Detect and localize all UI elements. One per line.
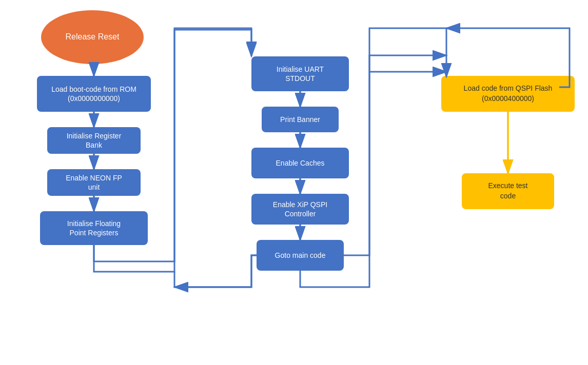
load-qspi-node: Load code from QSPI Flash(0x0000400000) [441, 76, 575, 112]
load-boot-code-label: Load boot-code from ROM(0x0000000000) [51, 85, 136, 103]
diagram-container: Release Reset Load boot-code from ROM(0x… [0, 0, 588, 365]
enable-xip-node: Enable XiP QSPIController [251, 194, 349, 225]
goto-main-node: Goto main code [257, 240, 344, 271]
execute-test-node: Execute testcode [462, 173, 554, 209]
enable-caches-node: Enable Caches [251, 148, 349, 178]
release-reset-node: Release Reset [41, 10, 144, 64]
load-boot-code-node: Load boot-code from ROM(0x0000000000) [37, 76, 151, 112]
enable-neon-node: Enable NEON FPunit [47, 169, 141, 196]
goto-main-label: Goto main code [275, 251, 326, 260]
release-reset-label: Release Reset [66, 32, 120, 43]
execute-test-label: Execute testcode [488, 181, 527, 201]
init-float-regs-node: Initialise FloatingPoint Registers [40, 211, 148, 245]
init-register-bank-label: Initialise RegisterBank [67, 131, 122, 150]
enable-caches-label: Enable Caches [276, 158, 325, 168]
init-uart-label: Initialise UARTSTDOUT [277, 65, 324, 83]
init-register-bank-node: Initialise RegisterBank [47, 127, 141, 154]
init-float-regs-label: Initialise FloatingPoint Registers [67, 219, 121, 237]
enable-neon-label: Enable NEON FPunit [66, 173, 122, 192]
init-uart-node: Initialise UARTSTDOUT [251, 56, 349, 91]
print-banner-label: Print Banner [280, 115, 320, 124]
print-banner-node: Print Banner [262, 107, 339, 132]
enable-xip-label: Enable XiP QSPIController [273, 200, 327, 218]
load-qspi-label: Load code from QSPI Flash(0x0000400000) [464, 84, 553, 104]
